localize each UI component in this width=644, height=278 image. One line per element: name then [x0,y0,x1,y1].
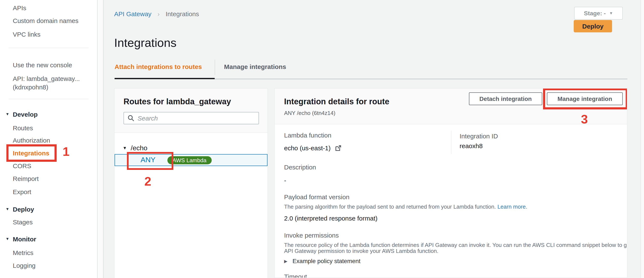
stage-select-dropdown[interactable]: Stage: - ▼ [574,7,623,19]
deploy-button[interactable]: Deploy [574,20,612,32]
sidebar-item-api-name[interactable]: API: lambda_gateway... [13,75,80,82]
payload-format-version-value: 2.0 (interpreted response format) [284,215,378,222]
description-label: Description [284,164,316,171]
search-icon [128,115,134,121]
sidebar-item-stages[interactable]: Stages [13,218,32,226]
sidebar-scrollbar-gutter[interactable] [97,0,104,278]
sidebar-item-integrations[interactable]: Integrations [13,149,50,157]
route-collapse-icon[interactable]: ▼ [123,146,127,150]
method-any-label: ANY [140,156,156,164]
sidebar-section-deploy[interactable]: Deploy [13,206,34,213]
example-policy-label: Example policy statement [292,258,360,264]
sidebar-item-authorization[interactable]: Authorization [13,137,50,144]
sidebar-item-reimport[interactable]: Reimport [13,175,39,182]
breadcrumb-current: Integrations [166,10,199,17]
route-path: /echo [131,144,147,152]
sidebar-item-export[interactable]: Export [13,188,31,195]
example-policy-expander[interactable]: ▶Example policy statement [284,258,360,264]
routes-search-input[interactable] [138,112,258,124]
payload-format-version-label: Payload format version [284,193,350,201]
sidebar-item-use-new-console[interactable]: Use the new console [13,61,72,68]
sidebar-section-develop[interactable]: Develop [13,111,38,118]
tab-separator [215,60,215,75]
integration-id-value: reaoxh8 [460,142,482,149]
external-link-icon[interactable] [336,145,342,152]
routes-panel-title: Routes for lambda_gateway [124,97,231,106]
lambda-function-text: echo (us-east-1) [284,144,330,152]
integration-id-label: Integration ID [460,132,498,140]
integration-type-badge: AWS Lambda [168,156,212,164]
sidebar-divider [8,99,88,99]
lambda-function-label: Lambda function [284,132,331,139]
breadcrumb: API Gateway › Integrations [114,10,199,17]
tab-attach-integrations[interactable]: Attach integrations to routes [114,63,202,70]
sidebar-item-logging[interactable]: Logging [13,262,36,269]
routes-panel: Routes for lambda_gateway ▼/echo ANY AWS… [114,88,268,278]
invoke-permissions-help-line2: API Gateway permission to invoke your AW… [284,248,438,254]
timeout-label: Timeout [284,273,307,278]
tab-active-underline [114,78,215,79]
sidebar-item-api-id[interactable]: (kdnxpohn8) [13,83,48,91]
manage-integration-button[interactable]: Manage integration [547,92,623,105]
description-value: - [284,177,286,184]
expand-right-icon: ▶ [284,259,287,264]
sidebar-item-cors[interactable]: CORS [13,162,31,169]
sidebar-item-custom-domain-names[interactable]: Custom domain names [13,17,78,24]
payload-format-help: The parsing algorithm for the payload se… [284,204,527,210]
sidebar-item-vpc-links[interactable]: VPC links [13,31,40,38]
page-title: Integrations [114,36,176,50]
integration-details-panel: Integration details for route ANY /echo … [274,88,628,278]
section-collapse-icon[interactable]: ▼ [6,237,9,241]
window-scrollbar[interactable] [640,0,644,278]
breadcrumb-chevron-icon: › [158,10,160,17]
routes-search-box[interactable] [124,112,259,124]
tab-manage-integrations[interactable]: Manage integrations [224,63,286,70]
details-panel-subtitle: ANY /echo (6tn4z14) [284,110,336,116]
breadcrumb-api-gateway-link[interactable]: API Gateway [114,10,152,17]
sidebar-divider [8,48,88,48]
lambda-function-value: echo (us-east-1) [284,144,342,152]
chevron-down-icon: ▼ [609,11,613,15]
section-collapse-icon[interactable]: ▼ [6,112,9,116]
detach-integration-button[interactable]: Detach integration [469,92,542,105]
sidebar-section-monitor[interactable]: Monitor [13,236,36,243]
details-panel-title: Integration details for route [284,97,389,106]
sidebar-item-metrics[interactable]: Metrics [13,249,34,256]
sidebar-item-apis[interactable]: APIs [13,4,26,11]
column-divider [451,131,452,154]
section-collapse-icon[interactable]: ▼ [6,207,9,211]
sidebar: APIs Custom domain names VPC links Use t… [0,0,97,278]
route-method-row-selected[interactable]: ANY AWS Lambda [114,154,268,166]
route-echo[interactable]: ▼/echo [123,144,147,152]
payload-help-text: The parsing algorithm for the payload se… [284,204,496,210]
app-window: APIs Custom domain names VPC links Use t… [0,0,644,278]
learn-more-link[interactable]: Learn more. [498,204,527,210]
invoke-permissions-label: Invoke permissions [284,232,339,239]
sidebar-item-routes[interactable]: Routes [13,124,33,132]
invoke-permissions-help-line1: The resource policy of the Lambda functi… [284,242,628,248]
stage-select-label: Stage: - [584,10,606,16]
